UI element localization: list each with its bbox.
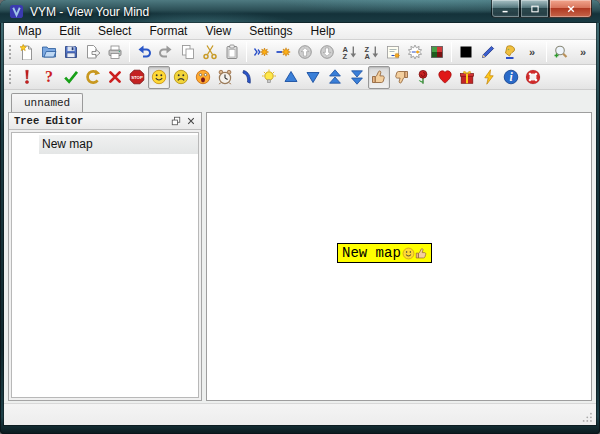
- toolbar-drag-handle[interactable]: [8, 68, 13, 86]
- minimize-button[interactable]: [491, 0, 520, 18]
- toolbar-button-pen[interactable]: [477, 41, 499, 64]
- flag-button-cross[interactable]: [104, 66, 126, 89]
- dock-close-icon: [186, 116, 196, 126]
- flag-button-thumb-up[interactable]: [368, 66, 390, 89]
- main-area: Tree Editor New map New map: [4, 112, 596, 401]
- toolbar-button-sort-az[interactable]: AZ: [338, 41, 360, 64]
- menu-bar: MapEditSelectFormatViewSettingsHelp: [4, 23, 596, 40]
- move-up-icon: [297, 44, 313, 60]
- toolbar-button-format-colors[interactable]: [426, 41, 448, 64]
- overflow-icon: »: [524, 44, 540, 60]
- flag-button-lamp[interactable]: [258, 66, 280, 89]
- toolbar-button-redo[interactable]: [155, 41, 177, 64]
- flag-button-thumb-down[interactable]: [390, 66, 412, 89]
- toolbar-button-move-down[interactable]: [316, 41, 338, 64]
- toolbar-separator: [246, 42, 247, 62]
- refresh-icon: [85, 69, 101, 85]
- color-black-icon: [458, 44, 474, 60]
- menu-map[interactable]: Map: [9, 23, 50, 39]
- status-bar: [4, 403, 596, 425]
- flag-button-smiley-sad[interactable]: [170, 66, 192, 89]
- clock-icon: [217, 69, 233, 85]
- toolbar-button-scratchpad[interactable]: [382, 41, 404, 64]
- window-title: VYM - View Your Mind: [30, 5, 149, 19]
- dock-close-button[interactable]: [183, 114, 198, 128]
- flag-button-question[interactable]: ?: [38, 66, 60, 89]
- menu-select[interactable]: Select: [89, 23, 140, 39]
- flag-button-arrow-2down[interactable]: [346, 66, 368, 89]
- lifebelt-icon: [525, 69, 541, 85]
- arrow-up-icon: [283, 69, 299, 85]
- tab-bar: unnamed: [4, 90, 596, 112]
- toolbar-button-copy[interactable]: [177, 41, 199, 64]
- branch-node[interactable]: New map: [337, 243, 432, 263]
- branch-label: New map: [342, 245, 401, 261]
- zoom-in-icon: [553, 44, 569, 60]
- toolbar-drag-handle[interactable]: [8, 43, 13, 61]
- frame-icon: [407, 44, 423, 60]
- flag-button-smiley-omg[interactable]: [192, 66, 214, 89]
- vym-logo-icon: [9, 4, 24, 19]
- toolbar-button-save-map[interactable]: [60, 41, 82, 64]
- toolbar-button-overflow[interactable]: »: [521, 41, 543, 64]
- toolbar-button-move-up[interactable]: [294, 41, 316, 64]
- flag-button-stopsign[interactable]: STOP: [126, 66, 148, 89]
- flag-button-arrow-2up[interactable]: [324, 66, 346, 89]
- toolbar-button-paste[interactable]: [221, 41, 243, 64]
- toolbar-button-add-branch-child[interactable]: [250, 41, 272, 64]
- tree-editor-titlebar[interactable]: Tree Editor: [9, 113, 201, 130]
- toolbar-button-sort-za[interactable]: ZA: [360, 41, 382, 64]
- menu-help[interactable]: Help: [302, 23, 345, 39]
- flag-button-info[interactable]: i: [500, 66, 522, 89]
- flag-button-heart[interactable]: [434, 66, 456, 89]
- toolbar-separator: [129, 42, 130, 62]
- toolbar-button-frame[interactable]: [404, 41, 426, 64]
- toolbar-separator: [546, 42, 547, 62]
- map-editor-canvas[interactable]: New map: [206, 112, 592, 401]
- flag-button-lifebelt[interactable]: [522, 66, 544, 89]
- toolbar-button-add-branch[interactable]: [272, 41, 294, 64]
- flag-button-rose[interactable]: [412, 66, 434, 89]
- toolbar-button-zoom-in[interactable]: [550, 41, 572, 64]
- toolbar-button-export-map[interactable]: [82, 41, 104, 64]
- flag-button-smiley-good[interactable]: [148, 66, 170, 89]
- toolbar-button-undo[interactable]: [133, 41, 155, 64]
- toolbar-button-color-black[interactable]: [455, 41, 477, 64]
- toolbar-button-fill-color[interactable]: [499, 41, 521, 64]
- arrow-2up-icon: [327, 69, 343, 85]
- close-button[interactable]: [549, 0, 592, 18]
- question-icon: ?: [41, 69, 57, 85]
- menu-edit[interactable]: Edit: [50, 23, 89, 39]
- flag-button-arrow-down[interactable]: [302, 66, 324, 89]
- sort-az-icon: AZ: [341, 44, 357, 60]
- flag-button-present[interactable]: [456, 66, 478, 89]
- flag-button-refresh[interactable]: [82, 66, 104, 89]
- flag-button-phone[interactable]: [236, 66, 258, 89]
- flag-button-arrow-up[interactable]: [280, 66, 302, 89]
- sort-za-icon: ZA: [363, 44, 379, 60]
- map-tab-unnamed[interactable]: unnamed: [11, 93, 83, 112]
- toolbar-button-print[interactable]: [104, 41, 126, 64]
- menu-settings[interactable]: Settings: [240, 23, 301, 39]
- flag-button-clock[interactable]: [214, 66, 236, 89]
- app-window: VYM - View Your Mind MapEditSelectFormat…: [0, 0, 600, 434]
- toolbar-button-open-map[interactable]: [38, 41, 60, 64]
- dock-float-button[interactable]: [168, 114, 183, 128]
- toolbar-button-overflow[interactable]: »: [572, 41, 594, 64]
- maximize-button[interactable]: [520, 0, 549, 18]
- overflow-icon: »: [575, 44, 591, 60]
- menu-view[interactable]: View: [196, 23, 240, 39]
- toolbar-button-new-map[interactable]: [16, 41, 38, 64]
- arrow-down-icon: [305, 69, 321, 85]
- tree-item[interactable]: New map: [39, 135, 198, 154]
- flag-button-hook[interactable]: [60, 66, 82, 89]
- toolbar-button-cut[interactable]: [199, 41, 221, 64]
- heart-icon: [437, 69, 453, 85]
- resize-grip-icon[interactable]: [582, 411, 595, 424]
- flag-button-flash[interactable]: [478, 66, 500, 89]
- client-area: MapEditSelectFormatViewSettingsHelp AZZA…: [4, 23, 596, 425]
- stopsign-icon: STOP: [129, 69, 145, 85]
- lamp-icon: [261, 69, 277, 85]
- menu-format[interactable]: Format: [140, 23, 196, 39]
- flag-button-exclamation[interactable]: [16, 66, 38, 89]
